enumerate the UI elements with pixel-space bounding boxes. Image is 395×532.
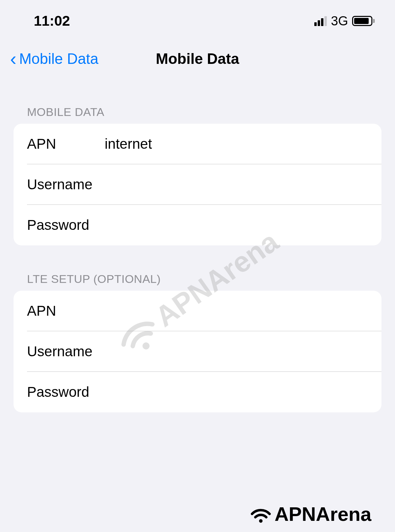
lte-username-input[interactable] [105, 343, 368, 360]
username-label: Username [27, 176, 105, 193]
username-input[interactable] [105, 176, 368, 193]
watermark-bottom: APNArena [250, 503, 371, 525]
lte-username-label: Username [27, 343, 105, 360]
svg-point-1 [259, 519, 262, 523]
content: MOBILE DATA APN Username Password LTE SE… [0, 105, 395, 412]
row-password[interactable]: Password [14, 205, 381, 245]
back-button[interactable]: ‹ Mobile Data [10, 49, 98, 68]
back-button-label: Mobile Data [19, 50, 99, 67]
lte-apn-input[interactable] [105, 303, 368, 319]
row-lte-apn[interactable]: APN [14, 291, 381, 331]
status-indicators: 3G [314, 14, 375, 28]
page-title: Mobile Data [156, 50, 239, 67]
wifi-icon [250, 503, 272, 525]
password-input[interactable] [105, 217, 368, 233]
section-body-mobile-data: APN Username Password [14, 124, 381, 245]
section-header-lte: LTE SETUP (OPTIONAL) [14, 272, 381, 291]
row-lte-username[interactable]: Username [14, 331, 381, 372]
row-apn[interactable]: APN [14, 124, 381, 164]
password-label: Password [27, 217, 105, 233]
lte-apn-label: APN [27, 303, 105, 319]
lte-password-input[interactable] [105, 384, 368, 400]
apn-input[interactable] [105, 136, 368, 152]
network-type-label: 3G [331, 14, 348, 28]
chevron-left-icon: ‹ [10, 49, 17, 68]
watermark-text: APNArena [274, 503, 371, 525]
row-lte-password[interactable]: Password [14, 372, 381, 412]
status-bar: 11:02 3G [0, 0, 395, 36]
navigation-bar: ‹ Mobile Data Mobile Data [0, 36, 395, 75]
cellular-signal-icon [314, 16, 327, 26]
section-body-lte: APN Username Password [14, 291, 381, 412]
apn-label: APN [27, 136, 105, 152]
lte-password-label: Password [27, 384, 105, 400]
section-header-mobile-data: MOBILE DATA [14, 105, 381, 124]
battery-icon [352, 16, 375, 26]
section-mobile-data: MOBILE DATA APN Username Password [14, 105, 381, 245]
status-time: 11:02 [34, 13, 70, 29]
row-username[interactable]: Username [14, 164, 381, 205]
section-lte: LTE SETUP (OPTIONAL) APN Username Passwo… [14, 272, 381, 412]
